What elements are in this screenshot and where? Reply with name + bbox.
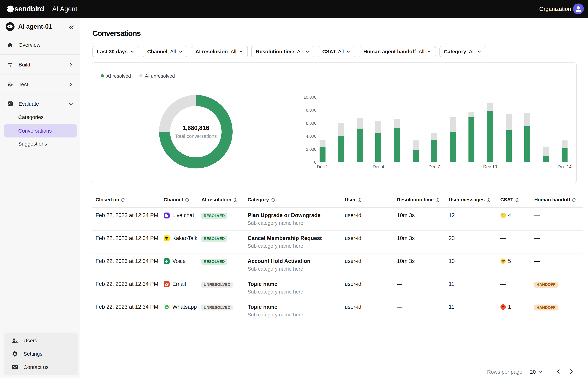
svg-text:Dec 4: Dec 4 bbox=[373, 164, 384, 169]
svg-text:Dec 1: Dec 1 bbox=[317, 164, 328, 169]
svg-text:8,000: 8,000 bbox=[306, 108, 316, 112]
svg-text:6,000: 6,000 bbox=[306, 121, 316, 126]
svg-text:Dec 14: Dec 14 bbox=[558, 164, 572, 169]
svg-text:4,000: 4,000 bbox=[306, 134, 316, 138]
svg-text:2,000: 2,000 bbox=[306, 147, 316, 152]
svg-text:Dec 7: Dec 7 bbox=[429, 164, 440, 169]
svg-text:TALK: TALK bbox=[165, 238, 168, 239]
svg-text:Dec 10: Dec 10 bbox=[483, 164, 497, 169]
svg-text:10,000: 10,000 bbox=[304, 95, 316, 99]
svg-text:0: 0 bbox=[314, 160, 316, 165]
